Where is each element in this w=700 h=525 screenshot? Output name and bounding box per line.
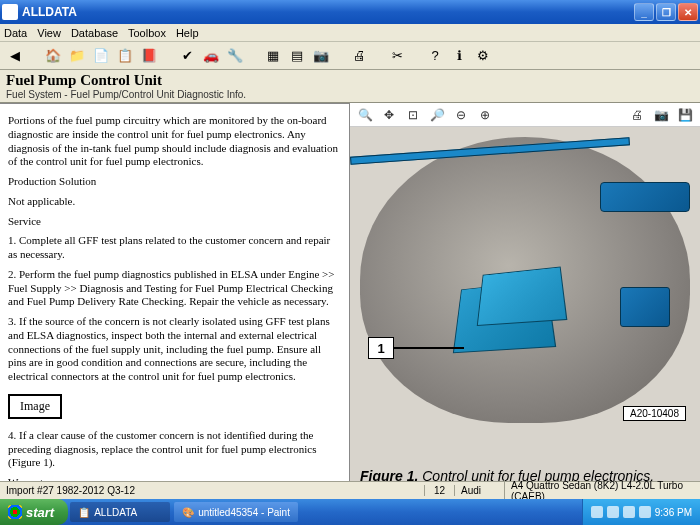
- status-make: Audi: [454, 485, 504, 496]
- status-num: 12: [424, 485, 454, 496]
- menu-toolbox[interactable]: Toolbox: [128, 27, 166, 39]
- print-icon[interactable]: 🖨: [350, 47, 368, 65]
- list-icon[interactable]: ▦: [264, 47, 282, 65]
- doc-icon[interactable]: 📄: [92, 47, 110, 65]
- menu-data[interactable]: Data: [4, 27, 27, 39]
- article-step1: 1. Complete all GFF test plans related t…: [8, 234, 341, 262]
- tray-icon[interactable]: [591, 506, 603, 518]
- menu-bar: Data View Database Toolbox Help: [0, 24, 700, 42]
- pan-icon[interactable]: ✥: [380, 106, 398, 124]
- save-icon[interactable]: 💾: [676, 106, 694, 124]
- content-area: Portions of the fuel pump circuitry whic…: [0, 103, 700, 493]
- zoom-in-icon[interactable]: 🔍: [356, 106, 374, 124]
- folder-icon[interactable]: 📁: [68, 47, 86, 65]
- wrench-icon[interactable]: 🔧: [226, 47, 244, 65]
- back-icon[interactable]: ◀: [6, 47, 24, 65]
- status-import: Import #27 1982-2012 Q3-12: [6, 485, 424, 496]
- control-module-top: [477, 267, 568, 326]
- callout-1: 1: [368, 337, 394, 359]
- diagram-image: 1 A20-10408 Figure 1. Control unit for f…: [350, 127, 700, 493]
- menu-view[interactable]: View: [37, 27, 61, 39]
- book-icon[interactable]: 📕: [140, 47, 158, 65]
- connector-right: [620, 287, 670, 327]
- window-title: ALLDATA: [22, 5, 634, 19]
- windows-taskbar: start 📋ALLDATA 🎨untitled45354 - Paint 9:…: [0, 499, 700, 525]
- taskbar-paint[interactable]: 🎨untitled45354 - Paint: [174, 502, 298, 522]
- clock: 9:36 PM: [655, 507, 692, 518]
- part-number: A20-10408: [623, 406, 686, 421]
- page-subtitle: Fuel System - Fuel Pump/Control Unit Dia…: [6, 89, 694, 100]
- help-icon[interactable]: ?: [426, 47, 444, 65]
- car-icon[interactable]: 🚗: [202, 47, 220, 65]
- callout-line: [394, 347, 464, 349]
- main-toolbar: ◀ 🏠 📁 📄 📋 📕 ✔ 🚗 🔧 ▦ ▤ 📷 🖨 ✂ ? ℹ ⚙: [0, 42, 700, 70]
- article-heading3: Service: [8, 215, 341, 229]
- menu-database[interactable]: Database: [71, 27, 118, 39]
- info-icon[interactable]: ℹ: [450, 47, 468, 65]
- article-heading: Fuel Pump Control Unit Fuel System - Fue…: [0, 70, 700, 103]
- start-button[interactable]: start: [0, 499, 68, 525]
- image-pane: 🔍 ✥ ⊡ 🔎 ⊖ ⊕ 🖨 📷 💾 1 A20-10408 Figure 1. …: [350, 103, 700, 493]
- check-icon[interactable]: ✔: [178, 47, 196, 65]
- zoom2-icon[interactable]: ⊖: [452, 106, 470, 124]
- image-toolbar: 🔍 ✥ ⊡ 🔎 ⊖ ⊕ 🖨 📷 💾: [350, 103, 700, 127]
- doc2-icon[interactable]: 📋: [116, 47, 134, 65]
- print2-icon[interactable]: 🖨: [628, 106, 646, 124]
- camera-icon[interactable]: 📷: [312, 47, 330, 65]
- article-step4: 4. If a clear cause of the customer conc…: [8, 429, 341, 470]
- menu-help[interactable]: Help: [176, 27, 199, 39]
- tray-icon[interactable]: [623, 506, 635, 518]
- zoom-fit-icon[interactable]: ⊡: [404, 106, 422, 124]
- article-step3: 3. If the source of the concern is not c…: [8, 315, 341, 384]
- connector-top: [600, 182, 690, 212]
- view-icon[interactable]: ▤: [288, 47, 306, 65]
- taskbar-alldata[interactable]: 📋ALLDATA: [70, 502, 170, 522]
- zoom3-icon[interactable]: ⊕: [476, 106, 494, 124]
- app-icon: [2, 4, 18, 20]
- status-bar: Import #27 1982-2012 Q3-12 12 Audi A4 Qu…: [0, 481, 700, 499]
- settings-icon[interactable]: ⚙: [474, 47, 492, 65]
- system-tray[interactable]: 9:36 PM: [582, 499, 700, 525]
- article-step2: 2. Perform the fuel pump diagnostics pub…: [8, 268, 341, 309]
- zoom-out-icon[interactable]: 🔎: [428, 106, 446, 124]
- camera2-icon[interactable]: 📷: [652, 106, 670, 124]
- maximize-button[interactable]: ❐: [656, 3, 676, 21]
- close-button[interactable]: ✕: [678, 3, 698, 21]
- image-button[interactable]: Image: [8, 394, 62, 419]
- article-para: Not applicable.: [8, 195, 341, 209]
- cut-icon[interactable]: ✂: [388, 47, 406, 65]
- home-icon[interactable]: 🏠: [44, 47, 62, 65]
- article-para: Portions of the fuel pump circuitry whic…: [8, 114, 341, 169]
- page-title: Fuel Pump Control Unit: [6, 72, 694, 89]
- article-heading2: Production Solution: [8, 175, 341, 189]
- title-bar: ALLDATA _ ❐ ✕: [0, 0, 700, 24]
- article-pane[interactable]: Portions of the fuel pump circuitry whic…: [0, 103, 350, 493]
- minimize-button[interactable]: _: [634, 3, 654, 21]
- tray-icon[interactable]: [639, 506, 651, 518]
- tray-icon[interactable]: [607, 506, 619, 518]
